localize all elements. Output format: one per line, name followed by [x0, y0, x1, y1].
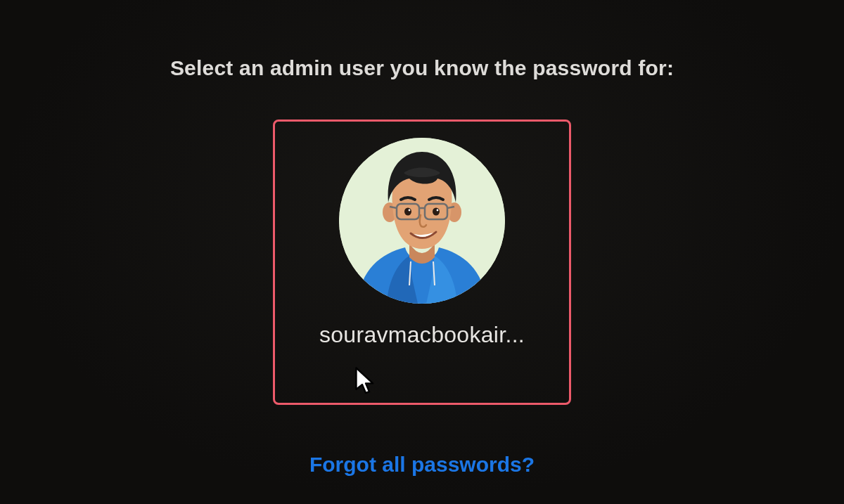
- user-tile[interactable]: souravmacbookair...: [279, 127, 565, 401]
- forgot-all-passwords-label[interactable]: Forgot all passwords?: [309, 453, 535, 476]
- avatar: [339, 138, 505, 304]
- cursor-icon: [353, 366, 378, 396]
- forgot-all-passwords-link[interactable]: Forgot all passwords?: [0, 453, 844, 477]
- select-admin-prompt: Select an admin user you know the passwo…: [0, 56, 844, 80]
- svg-point-11: [433, 208, 440, 216]
- username-label: souravmacbookair...: [319, 322, 525, 348]
- svg-point-13: [437, 209, 439, 212]
- memoji-avatar-icon: [339, 138, 505, 304]
- svg-point-10: [404, 208, 411, 216]
- svg-point-12: [409, 209, 411, 212]
